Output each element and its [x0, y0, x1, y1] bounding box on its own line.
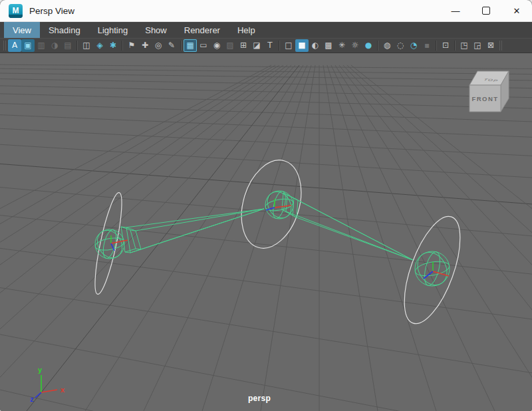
viewport-toolbar: A▣▥◑▤◫◈✱⚑✚◎✎▦▭◉▨⊞◪T□■◐▩✳☼●◍◌◔▪⊡◳◲⊠ — [0, 38, 532, 53]
flat-shaded-mode-icon[interactable]: ◐ — [309, 39, 322, 52]
shaded-mode-icon[interactable]: ■ — [295, 39, 309, 52]
grid-line-transverse — [0, 73, 532, 80]
toolbar-grip — [499, 41, 502, 51]
default-lighting-icon[interactable]: ☼ — [348, 39, 362, 52]
bone-middle-right-edge[interactable] — [286, 211, 413, 260]
bone-middle-right-cap-edge — [294, 198, 298, 200]
grid-line-receding — [0, 65, 295, 411]
grid-line-receding — [27, 65, 299, 411]
zoom-region-icon[interactable]: ◎ — [152, 39, 165, 52]
grid-line-transverse — [0, 248, 532, 320]
maya-app-icon-letter: M — [13, 6, 19, 15]
menu-item-shading[interactable]: Shading — [40, 22, 89, 38]
toolbar-sep — [279, 41, 280, 51]
grid-line-receding — [0, 65, 279, 411]
bone-left-middle-edge[interactable] — [126, 209, 264, 227]
view-snapshot-icon: ◑ — [48, 39, 61, 52]
maximize-icon — [482, 7, 490, 15]
joint-right[interactable] — [412, 247, 453, 291]
ambient-occlusion-icon[interactable]: ◍ — [380, 39, 394, 52]
grid-line-receding — [347, 65, 532, 411]
highlight-selection-icon[interactable]: A — [8, 39, 21, 52]
grid-line-receding — [0, 65, 287, 411]
window-title: Persp View — [29, 6, 74, 16]
persp-view-window: M Persp View —✕ ViewShadingLightingShowR… — [0, 0, 532, 411]
viewport-3d[interactable]: TOPFRONTyxz persp — [0, 53, 532, 411]
world-y-label: y — [38, 366, 43, 374]
frame-selected-icon[interactable]: ▣ — [21, 39, 35, 52]
bookmark-view-icon[interactable]: ⚑ — [125, 39, 138, 52]
motion-blur-icon[interactable]: ◌ — [394, 39, 407, 52]
toolbar-sep — [454, 41, 456, 51]
view-cube[interactable]: TOPFRONT — [469, 71, 509, 112]
viewport-canvas[interactable]: TOPFRONTyxz — [0, 53, 532, 411]
joint-left-x-axis — [111, 240, 128, 243]
grid-line-receding — [261, 65, 315, 411]
grid-line-receding — [144, 65, 307, 411]
toolbar-sep — [436, 41, 437, 51]
grid-line-transverse — [0, 164, 532, 204]
isolate-selected-add-icon[interactable]: ◲ — [471, 39, 484, 52]
joint-middle-meridian — [271, 190, 288, 220]
shadows-toggle-icon[interactable]: ● — [362, 39, 375, 52]
camera-attributes-icon[interactable]: ✱ — [106, 39, 120, 52]
isolate-select-icon[interactable]: ◳ — [458, 39, 471, 52]
bone-left-middle-edge[interactable] — [136, 209, 264, 231]
grid-line-transverse — [0, 114, 532, 137]
anti-aliasing-icon[interactable]: ◔ — [407, 39, 420, 52]
field-chart-icon[interactable]: ⊞ — [237, 39, 250, 52]
gate-mask-icon: ▨ — [223, 39, 237, 52]
grid-line-transverse — [0, 287, 532, 374]
viewport-renderer-icon[interactable]: ⊠ — [484, 39, 497, 52]
image-plane-icon[interactable]: ◪ — [250, 39, 263, 52]
menu-item-lighting[interactable]: Lighting — [89, 22, 137, 38]
depth-peeling-icon: ▪ — [420, 39, 434, 52]
grid-line-receding — [202, 65, 311, 411]
toolbar-sep — [122, 41, 123, 51]
menu-item-renderer[interactable]: Renderer — [176, 22, 229, 38]
textured-mode-icon[interactable]: ▩ — [322, 39, 335, 52]
universal-manipulator-icon[interactable]: ✚ — [138, 39, 152, 52]
grid-line-transverse — [0, 144, 532, 178]
grease-pencil-icon[interactable]: ✎ — [165, 39, 178, 52]
menu-item-show[interactable]: Show — [136, 22, 176, 38]
grid-line-receding — [327, 65, 436, 411]
hud-toggle-icon[interactable]: T — [263, 39, 277, 52]
title-bar[interactable]: M Persp View —✕ — [0, 0, 532, 22]
grid-line-transverse — [0, 215, 532, 275]
minimize-button[interactable]: — — [440, 0, 471, 21]
lock-camera-icon[interactable]: ◈ — [93, 39, 106, 52]
grid-line-receding — [0, 65, 271, 411]
bone-middle-right-edge[interactable] — [298, 200, 413, 260]
grid-line-transverse — [0, 187, 532, 236]
menu-bar: ViewShadingLightingShowRendererHelp — [0, 22, 532, 38]
maximize-button[interactable] — [471, 0, 501, 21]
joint-right-x-axis — [433, 271, 449, 276]
toolbar-sep — [180, 41, 182, 51]
close-button[interactable]: ✕ — [501, 0, 532, 21]
rotate-ring-joint-right[interactable] — [393, 209, 471, 331]
resolution-gate-icon[interactable]: ◉ — [210, 39, 223, 52]
use-all-lights-icon[interactable]: ✳ — [335, 39, 348, 52]
grid-line-receding — [323, 65, 378, 411]
grid-line-receding — [351, 65, 532, 411]
camera-name-label: persp — [248, 394, 271, 403]
world-x-axis — [41, 390, 57, 392]
select-camera-icon[interactable]: ◫ — [80, 39, 93, 52]
joint-right-meridian — [422, 250, 443, 287]
view-cube-front-label: FRONT — [471, 95, 498, 102]
grid-toggle-icon[interactable]: ▦ — [184, 39, 197, 52]
toolbar-sep — [76, 41, 78, 51]
object-selection-mode-icon[interactable]: ⊡ — [439, 39, 452, 52]
world-z-axis — [35, 392, 41, 398]
toolbar-grip — [3, 41, 6, 51]
bone-middle-right-cap-edge — [293, 215, 297, 217]
scene-layers-icon: ▤ — [61, 39, 74, 52]
menu-item-view[interactable]: View — [4, 22, 40, 38]
grid-line-receding — [0, 65, 283, 411]
world-x-label: x — [61, 386, 65, 394]
wireframe-mode-icon[interactable]: □ — [282, 39, 295, 52]
menu-item-help[interactable]: Help — [229, 22, 264, 38]
film-gate-icon[interactable]: ▭ — [197, 39, 210, 52]
world-z-label: z — [30, 395, 34, 403]
